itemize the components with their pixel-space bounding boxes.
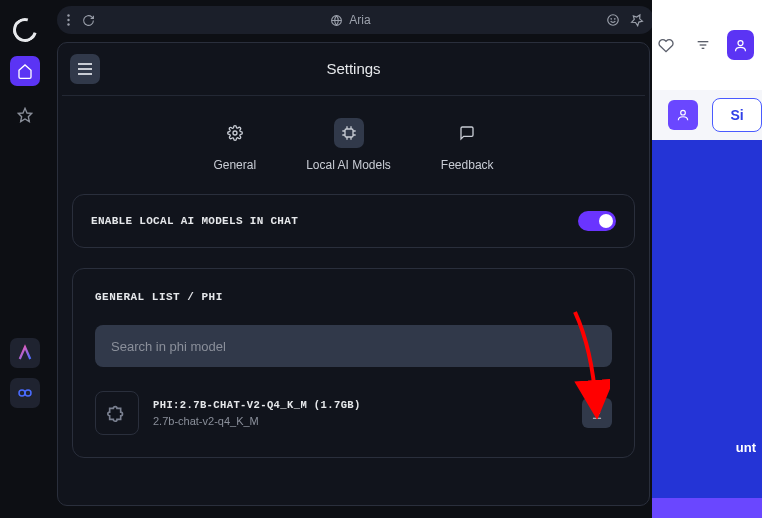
puzzle-icon <box>95 391 139 435</box>
more-icon[interactable] <box>67 14 70 26</box>
bg-text-fragment: unt <box>736 440 756 455</box>
panel-header: Settings <box>58 43 649 95</box>
bg-signin-button[interactable]: Si <box>712 98 762 132</box>
svg-point-8 <box>611 19 612 20</box>
address-bar: Aria <box>57 6 654 34</box>
enable-local-ai-card: ENABLE LOCAL AI MODELS IN CHAT <box>72 194 635 248</box>
sidebar-app-1[interactable] <box>10 338 40 368</box>
chip-icon <box>334 118 364 148</box>
reload-icon[interactable] <box>82 14 95 27</box>
settings-panel: Settings General Local AI Models Feedbac… <box>57 42 650 506</box>
svg-point-9 <box>614 19 615 20</box>
model-subtitle: 2.7b-chat-v2-q4_K_M <box>153 415 568 427</box>
opera-logo-icon <box>9 14 42 47</box>
tab-label: Local AI Models <box>306 158 391 172</box>
svg-point-13 <box>738 40 743 45</box>
background-page: Si unt <box>652 0 762 518</box>
svg-point-14 <box>681 110 686 115</box>
tab-label: General <box>213 158 256 172</box>
smile-icon[interactable] <box>606 13 620 27</box>
enable-label: ENABLE LOCAL AI MODELS IN CHAT <box>91 215 298 227</box>
address-title[interactable]: Aria <box>349 13 370 27</box>
svg-point-7 <box>608 15 619 26</box>
panel-title: Settings <box>326 60 380 77</box>
download-button[interactable] <box>582 398 612 428</box>
sidebar-home-button[interactable] <box>10 56 40 86</box>
left-rail <box>0 0 50 518</box>
bg-signin-label: Si <box>730 107 743 123</box>
heart-icon[interactable] <box>652 30 679 60</box>
breadcrumb[interactable]: GENERAL LIST / PHI <box>95 291 612 303</box>
search-input[interactable] <box>95 325 612 367</box>
pin-icon[interactable] <box>630 13 644 27</box>
svg-point-5 <box>67 23 69 25</box>
svg-rect-16 <box>345 129 353 137</box>
settings-tabs: General Local AI Models Feedback <box>58 96 649 188</box>
tab-feedback[interactable]: Feedback <box>441 118 494 172</box>
svg-marker-0 <box>18 108 31 121</box>
tab-label: Feedback <box>441 158 494 172</box>
svg-point-4 <box>67 19 69 21</box>
chat-icon <box>452 118 482 148</box>
svg-point-15 <box>233 131 237 135</box>
tab-general[interactable]: General <box>213 118 256 172</box>
bg-user-icon[interactable] <box>668 100 698 130</box>
model-row: PHI:2.7B-CHAT-V2-Q4_K_M (1.7GB) 2.7b-cha… <box>95 391 612 435</box>
gear-icon <box>220 118 250 148</box>
model-title: PHI:2.7B-CHAT-V2-Q4_K_M (1.7GB) <box>153 399 568 411</box>
svg-point-2 <box>25 390 31 396</box>
model-list-card: GENERAL LIST / PHI PHI:2.7B-CHAT-V2-Q4_K… <box>72 268 635 458</box>
globe-icon <box>330 14 343 27</box>
svg-point-1 <box>19 390 25 396</box>
menu-button[interactable] <box>70 54 100 84</box>
sidebar-favorites-button[interactable] <box>10 100 40 130</box>
filter-icon[interactable] <box>689 30 716 60</box>
tab-local-ai-models[interactable]: Local AI Models <box>306 118 391 172</box>
user-avatar-button[interactable] <box>727 30 754 60</box>
enable-toggle[interactable] <box>578 211 616 231</box>
svg-point-3 <box>67 14 69 16</box>
sidebar-app-2[interactable] <box>10 378 40 408</box>
